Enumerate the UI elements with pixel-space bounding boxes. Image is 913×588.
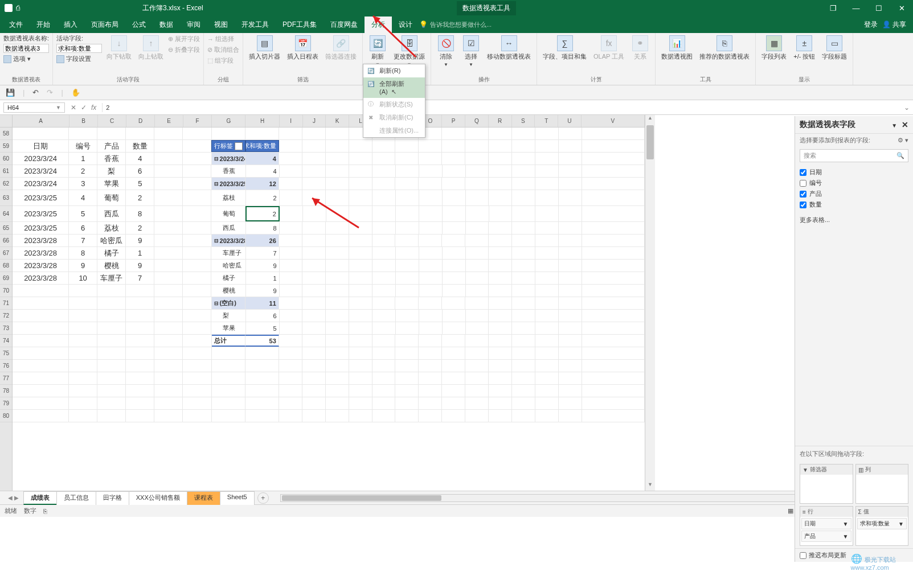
cell[interactable]: 12	[245, 178, 279, 190]
cell[interactable]: 26	[245, 235, 279, 246]
tab-insert[interactable]: 插入	[57, 17, 84, 33]
cell[interactable]: 产品	[97, 140, 126, 152]
cell[interactable]	[512, 247, 535, 259]
cell[interactable]	[395, 360, 419, 372]
cell[interactable]	[302, 397, 326, 409]
cell[interactable]	[465, 360, 489, 372]
cell[interactable]	[489, 385, 512, 397]
cell[interactable]	[512, 260, 535, 272]
cell[interactable]	[582, 410, 645, 422]
cell[interactable]	[302, 410, 326, 422]
cell[interactable]	[512, 360, 535, 372]
cell[interactable]: 香蕉	[211, 165, 246, 177]
cell[interactable]	[280, 260, 303, 272]
cell[interactable]	[559, 235, 582, 246]
cell[interactable]	[535, 322, 559, 334]
cell[interactable]	[395, 153, 419, 165]
cell[interactable]	[183, 235, 211, 246]
cell[interactable]	[582, 165, 645, 177]
cell[interactable]	[126, 372, 154, 384]
cell[interactable]	[13, 347, 69, 359]
cell[interactable]	[126, 360, 154, 372]
cell[interactable]	[419, 153, 442, 165]
cell[interactable]	[302, 322, 326, 334]
cell[interactable]	[559, 140, 582, 152]
cell[interactable]	[154, 153, 183, 165]
cell[interactable]	[154, 140, 183, 152]
cell[interactable]	[489, 297, 512, 309]
tab-view[interactable]: 视图	[207, 17, 235, 33]
cell[interactable]	[154, 347, 183, 359]
values-area[interactable]: Σ值求和项:数量▼	[855, 506, 909, 517]
cell[interactable]	[559, 397, 582, 409]
cell[interactable]	[443, 190, 466, 205]
cell[interactable]	[419, 297, 442, 309]
field-list-button[interactable]: ▦字段列表	[759, 34, 789, 62]
cell[interactable]: 西瓜	[211, 222, 246, 234]
cell[interactable]	[419, 272, 443, 284]
cell[interactable]	[512, 222, 535, 234]
cell[interactable]	[465, 410, 489, 422]
cell[interactable]	[582, 310, 645, 322]
cell[interactable]: 荔枝	[211, 190, 246, 205]
tab-pdf[interactable]: PDF工具集	[276, 17, 324, 33]
col-header-U[interactable]: U	[558, 115, 582, 127]
col-header-J[interactable]: J	[303, 115, 326, 127]
cell[interactable]	[302, 335, 326, 347]
cell[interactable]	[395, 347, 419, 359]
cell[interactable]	[372, 272, 396, 284]
cell[interactable]	[395, 335, 419, 347]
cell[interactable]	[245, 385, 279, 397]
cell[interactable]	[326, 190, 349, 205]
cell[interactable]	[582, 190, 645, 205]
cell[interactable]: 4	[245, 153, 279, 165]
cell[interactable]	[396, 206, 419, 221]
row-header[interactable]: 66	[0, 235, 12, 247]
cell[interactable]	[183, 128, 211, 139]
cell[interactable]	[489, 310, 512, 322]
cell[interactable]	[582, 247, 645, 259]
sheet-tab[interactable]: 田字格	[96, 491, 129, 505]
cell[interactable]	[183, 397, 211, 409]
cell[interactable]	[535, 140, 559, 152]
filter-conn-button[interactable]: 🔗筛选器连接	[323, 34, 359, 62]
cell[interactable]	[302, 178, 326, 190]
cell[interactable]	[326, 140, 349, 152]
row-header[interactable]: 63	[0, 190, 12, 206]
cell[interactable]: 西瓜	[97, 206, 126, 221]
cell[interactable]	[489, 128, 512, 139]
select-all-triangle[interactable]	[0, 115, 12, 128]
cell[interactable]	[13, 128, 69, 139]
cell[interactable]	[126, 297, 154, 309]
row-header[interactable]: 62	[0, 178, 12, 190]
cell[interactable]: 3	[69, 178, 97, 190]
cell[interactable]	[372, 178, 396, 190]
field-label[interactable]: 数量	[809, 200, 822, 209]
cell[interactable]	[183, 222, 211, 234]
col-header-V[interactable]: V	[582, 115, 645, 127]
cell[interactable]	[13, 335, 69, 347]
tab-baidu[interactable]: 百度网盘	[324, 17, 365, 33]
maximize-button[interactable]: ☐	[867, 0, 890, 16]
cell[interactable]	[349, 385, 372, 397]
cell[interactable]: 7	[126, 272, 154, 284]
cell[interactable]	[489, 140, 512, 152]
cell[interactable]	[396, 247, 419, 259]
cell[interactable]	[466, 206, 489, 221]
cell[interactable]	[535, 347, 559, 359]
cell[interactable]	[326, 322, 349, 334]
tab-analyze[interactable]: 分析	[365, 17, 392, 33]
cell[interactable]	[535, 235, 559, 246]
cell[interactable]	[154, 310, 183, 322]
cell[interactable]	[582, 128, 645, 139]
cell[interactable]	[442, 347, 465, 359]
cell[interactable]	[582, 347, 645, 359]
field-headers-button[interactable]: ▭字段标题	[820, 34, 849, 62]
tab-data[interactable]: 数据	[153, 17, 180, 33]
cell[interactable]	[512, 190, 535, 205]
drill-down-button[interactable]: ↓向下钻取	[104, 34, 134, 62]
group-field-button[interactable]: ⬚组字段	[207, 56, 239, 65]
cell[interactable]	[372, 206, 396, 221]
cell[interactable]	[279, 128, 302, 139]
row-header[interactable]: 72	[0, 310, 12, 322]
